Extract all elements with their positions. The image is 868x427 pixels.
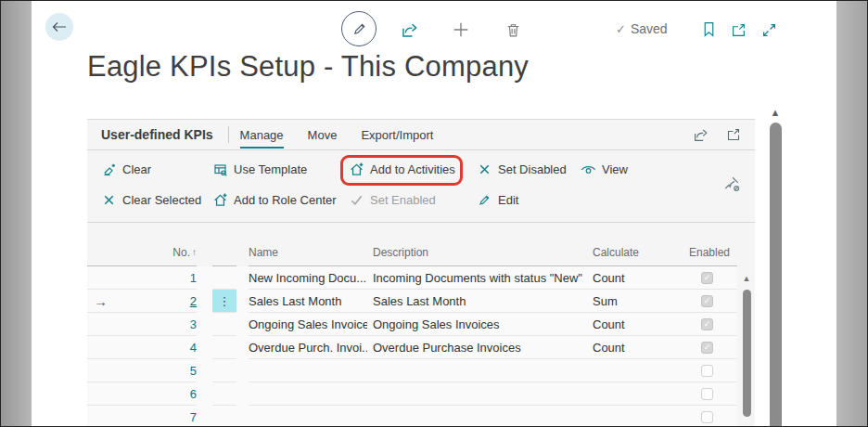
row-no-cell: 2 xyxy=(124,290,197,313)
row-name-cell xyxy=(249,359,367,382)
trash-icon xyxy=(505,22,521,38)
row-no-cell: 4 xyxy=(124,336,197,359)
share-icon xyxy=(401,21,418,39)
expand-button[interactable] xyxy=(759,19,779,40)
row-number-link[interactable]: 7 xyxy=(190,410,197,424)
row-name-cell: New Incoming Docu... xyxy=(249,266,367,290)
action-use-template[interactable]: Use Template xyxy=(212,154,349,185)
selected-row-arrow-icon: → xyxy=(94,293,108,309)
row-options-slot xyxy=(212,313,236,336)
row-enabled-cell: ✓ xyxy=(677,336,737,359)
tab-move[interactable]: Move xyxy=(308,122,338,149)
enabled-checkbox[interactable] xyxy=(701,388,713,400)
enabled-checkbox[interactable] xyxy=(701,411,713,423)
table-row[interactable]: 1New Incoming Docu...Incoming Documents … xyxy=(87,266,737,290)
expand-icon xyxy=(761,22,777,38)
edit-mode-button[interactable] xyxy=(341,11,377,46)
row-options-slot xyxy=(212,336,236,359)
row-number-link[interactable]: 6 xyxy=(190,387,197,401)
table-row[interactable]: 6 xyxy=(87,382,737,406)
unpin-icon[interactable] xyxy=(723,175,740,192)
row-description-cell: Ongoing Sales Invoices xyxy=(367,313,587,336)
row-calculate-cell: Count xyxy=(587,336,677,359)
right-desktop-strip xyxy=(836,1,867,427)
row-description-cell xyxy=(367,382,587,406)
table-row[interactable]: →2⋮Sales Last MonthSales Last MonthSum✓ xyxy=(87,290,737,313)
row-description-cell xyxy=(367,359,587,382)
row-number-link[interactable]: 2 xyxy=(190,294,197,308)
table-row[interactable]: 5 xyxy=(87,359,737,382)
action-view[interactable]: View xyxy=(581,154,741,185)
page-scrollbar-thumb[interactable] xyxy=(770,123,782,427)
tab-manage[interactable]: Manage xyxy=(240,122,284,149)
row-number-link[interactable]: 4 xyxy=(190,341,197,355)
action-add-to-activities[interactable]: Add to Activities xyxy=(349,154,477,185)
action-set-disabled[interactable]: Set Disabled xyxy=(477,154,581,185)
row-calculate-cell-text: Sum xyxy=(593,294,618,308)
table-row[interactable]: 7 xyxy=(87,406,737,427)
action-clear-selected[interactable]: Clear Selected xyxy=(101,185,212,215)
share-button[interactable] xyxy=(399,19,419,40)
row-options-cell xyxy=(197,313,249,336)
action-add-to-role-center[interactable]: Add to Role Center xyxy=(212,185,349,215)
row-options-cell xyxy=(197,359,249,382)
row-calculate-cell-text: Count xyxy=(593,271,625,285)
action-clear[interactable]: Clear xyxy=(101,154,212,185)
row-name-cell-text: Ongoing Sales Invoices xyxy=(249,317,367,331)
table-scroll-up-arrow[interactable]: ▲ xyxy=(740,274,753,283)
action-label: Clear xyxy=(122,162,151,176)
column-header-no[interactable]: No. ↑ xyxy=(124,239,197,266)
enabled-checkbox[interactable] xyxy=(701,365,713,377)
bookmark-button[interactable] xyxy=(698,19,719,39)
selector-column-header xyxy=(87,239,124,266)
row-options-cell xyxy=(197,406,249,427)
row-number-link[interactable]: 1 xyxy=(190,271,197,285)
back-button[interactable] xyxy=(45,13,73,41)
table-row[interactable]: 3Ongoing Sales InvoicesOngoing Sales Inv… xyxy=(87,313,737,336)
template-icon xyxy=(212,162,228,177)
row-name-cell: Overdue Purch. Invoi... xyxy=(249,336,367,359)
column-header-name[interactable]: Name xyxy=(249,239,367,266)
row-name-cell xyxy=(249,382,367,406)
panel-title: User-defined KPIs xyxy=(101,127,213,142)
check-icon: ✓ xyxy=(616,22,626,36)
action-label: Set Disabled xyxy=(498,162,567,176)
enabled-checkbox[interactable]: ✓ xyxy=(701,272,713,284)
row-no-cell: 6 xyxy=(124,382,197,406)
action-edit[interactable]: Edit xyxy=(477,185,581,215)
kpi-table: No. ↑ Name Description Calculate Enabled… xyxy=(87,239,737,427)
delete-button[interactable] xyxy=(503,19,523,40)
home-plus-icon xyxy=(349,162,364,177)
row-number-link[interactable]: 3 xyxy=(190,317,197,331)
row-name-cell: Sales Last Month xyxy=(249,290,367,313)
row-description-cell: Incoming Documents with status "New" xyxy=(367,266,587,290)
row-selector-cell xyxy=(87,359,124,382)
column-header-enabled[interactable]: Enabled xyxy=(677,239,737,266)
row-name-cell-text: New Incoming Docu... xyxy=(249,271,366,285)
open-in-window-icon[interactable] xyxy=(725,126,742,143)
table-scrollbar-thumb[interactable] xyxy=(743,290,751,417)
column-header-description[interactable]: Description xyxy=(367,239,587,266)
enabled-checkbox[interactable]: ✓ xyxy=(701,295,713,307)
row-options-slot xyxy=(212,266,236,290)
ellipsis-icon: ⋮ xyxy=(219,295,231,307)
row-enabled-cell xyxy=(677,382,737,406)
table-body: 1New Incoming Docu...Incoming Documents … xyxy=(87,266,737,427)
row-no-cell: 7 xyxy=(124,406,197,427)
row-number-link[interactable]: 5 xyxy=(190,364,197,378)
row-options-button[interactable]: ⋮ xyxy=(212,290,236,313)
tab-export-import[interactable]: Export/Import xyxy=(361,122,433,149)
user-defined-kpis-panel: User-defined KPIs ManageMoveExport/Impor… xyxy=(87,119,755,427)
enabled-checkbox[interactable]: ✓ xyxy=(701,318,713,330)
row-selector-cell xyxy=(87,266,124,290)
enabled-checkbox[interactable]: ✓ xyxy=(701,342,713,354)
save-status: ✓ Saved xyxy=(616,19,668,38)
column-header-calculate[interactable]: Calculate xyxy=(587,239,677,266)
share-icon[interactable] xyxy=(692,126,708,143)
table-row[interactable]: 4Overdue Purch. Invoi...Overdue Purchase… xyxy=(87,336,737,359)
page-scroll-up-arrow[interactable]: ▲ xyxy=(768,107,783,118)
clear-icon xyxy=(101,162,117,177)
open-in-window-icon xyxy=(731,22,747,38)
open-in-window-button[interactable] xyxy=(728,19,748,40)
new-button[interactable] xyxy=(451,19,471,40)
